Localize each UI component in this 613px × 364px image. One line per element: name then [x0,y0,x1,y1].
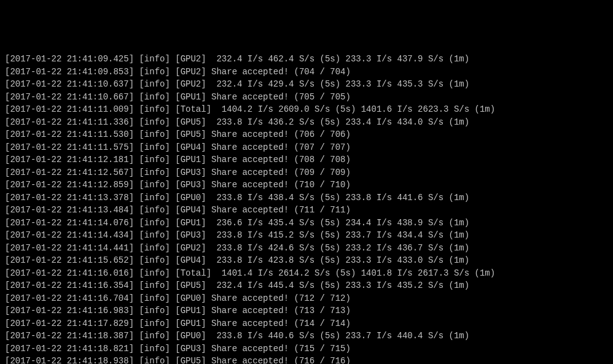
log-line: [2017-01-22 21:41:09.853] [info] [GPU2] … [5,66,608,79]
log-line: [2017-01-22 21:41:16.016] [info] [Total]… [5,267,608,280]
log-line: [2017-01-22 21:41:17.829] [info] [GPU1] … [5,317,608,330]
log-line: [2017-01-22 21:41:10.667] [info] [GPU1] … [5,91,608,104]
log-line: [2017-01-22 21:41:18.821] [info] [GPU3] … [5,343,608,355]
log-line: [2017-01-22 21:41:09.425] [info] [GPU2] … [5,53,608,66]
log-line: [2017-01-22 21:41:14.434] [info] [GPU3] … [5,229,608,242]
log-line: [2017-01-22 21:41:13.378] [info] [GPU0] … [5,192,608,204]
log-line: [2017-01-22 21:41:11.009] [info] [Total]… [5,103,608,116]
log-line: [2017-01-22 21:41:18.387] [info] [GPU0] … [5,330,608,343]
log-line: [2017-01-22 21:41:16.354] [info] [GPU5] … [5,279,608,292]
log-line: [2017-01-22 21:41:14.076] [info] [GPU1] … [5,217,608,230]
log-line: [2017-01-22 21:41:12.859] [info] [GPU3] … [5,179,608,192]
log-line: [2017-01-22 21:41:16.983] [info] [GPU1] … [5,304,608,317]
log-line: [2017-01-22 21:41:11.530] [info] [GPU5] … [5,128,608,141]
log-line: [2017-01-22 21:41:11.575] [info] [GPU4] … [5,141,608,154]
log-line: [2017-01-22 21:41:10.637] [info] [GPU2] … [5,78,608,91]
log-line: [2017-01-22 21:41:14.441] [info] [GPU2] … [5,242,608,255]
log-line: [2017-01-22 21:41:12.181] [info] [GPU1] … [5,153,608,166]
log-line: [2017-01-22 21:41:13.484] [info] [GPU4] … [5,204,608,217]
log-line: [2017-01-22 21:41:18.938] [info] [GPU5] … [5,355,608,364]
log-line: [2017-01-22 21:41:12.567] [info] [GPU3] … [5,166,608,179]
terminal-output: [2017-01-22 21:41:09.425] [info] [GPU2] … [5,53,608,364]
log-line: [2017-01-22 21:41:11.336] [info] [GPU5] … [5,116,608,129]
log-line: [2017-01-22 21:41:16.704] [info] [GPU0] … [5,292,608,305]
log-line: [2017-01-22 21:41:15.652] [info] [GPU4] … [5,254,608,267]
